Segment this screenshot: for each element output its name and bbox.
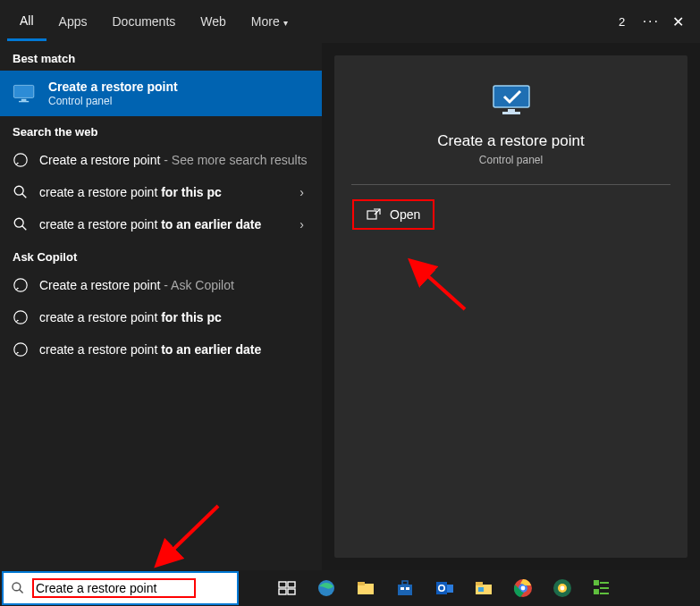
task-view-icon[interactable] <box>276 577 298 599</box>
edge-icon[interactable] <box>316 577 337 599</box>
svg-rect-11 <box>493 86 529 107</box>
preview-title: Create a restore point <box>437 132 584 150</box>
explorer-icon[interactable] <box>355 577 376 599</box>
app-green-icon[interactable] <box>591 577 612 599</box>
chat-icon <box>13 152 29 168</box>
svg-point-6 <box>14 219 23 228</box>
svg-rect-33 <box>447 585 453 593</box>
taskbar <box>0 570 700 606</box>
preview-pane: Create a restore point Control panel Ope… <box>322 43 700 570</box>
svg-rect-36 <box>478 587 484 592</box>
open-label: Open <box>390 207 420 222</box>
svg-point-4 <box>14 187 23 196</box>
chat-icon <box>13 309 29 325</box>
annotation-arrow-open <box>401 254 472 316</box>
svg-rect-20 <box>279 582 286 587</box>
preview-subtitle: Control panel <box>479 154 543 166</box>
svg-line-19 <box>20 590 23 593</box>
chrome-icon[interactable] <box>512 577 534 599</box>
tab-all[interactable]: All <box>7 3 46 41</box>
close-icon[interactable]: ✕ <box>672 13 684 30</box>
svg-rect-1 <box>21 98 27 100</box>
search-icon <box>13 184 29 200</box>
monitor-icon <box>13 84 38 104</box>
search-icon <box>13 216 29 232</box>
copilot-result-for-this-pc[interactable]: create a restore point for this pc <box>0 301 322 333</box>
recent-count[interactable]: 2 <box>614 13 630 29</box>
svg-rect-22 <box>279 589 286 594</box>
chat-icon <box>13 341 29 358</box>
svg-rect-21 <box>288 582 295 587</box>
open-external-icon <box>367 208 381 221</box>
svg-point-39 <box>521 586 526 591</box>
section-ask-copilot: Ask Copilot <box>0 241 322 269</box>
monitor-check-icon <box>490 84 533 116</box>
best-match-result[interactable]: Create a restore point Control panel <box>0 71 322 116</box>
chevron-right-icon: › <box>299 185 309 199</box>
svg-rect-23 <box>288 589 295 594</box>
outlook-icon[interactable] <box>434 577 455 599</box>
results-pane: Best match Create a restore point Contro… <box>0 43 322 570</box>
divider <box>351 184 670 185</box>
taskbar-search-box[interactable] <box>2 571 239 605</box>
folder-shortcut-icon[interactable] <box>473 577 494 599</box>
svg-rect-26 <box>358 582 365 585</box>
svg-rect-35 <box>476 582 483 585</box>
search-icon <box>11 581 25 595</box>
chrome-canary-icon[interactable] <box>552 577 573 599</box>
svg-point-42 <box>561 586 565 591</box>
svg-line-15 <box>375 209 380 215</box>
svg-rect-31 <box>436 582 447 594</box>
web-result-earlier-date[interactable]: create a restore point to an earlier dat… <box>0 208 322 240</box>
section-best-match: Best match <box>0 43 322 71</box>
more-options-icon[interactable]: ··· <box>643 13 660 29</box>
svg-rect-0 <box>13 85 33 97</box>
best-match-subtitle: Control panel <box>48 95 178 107</box>
copilot-result-earlier-date[interactable]: create a restore point to an earlier dat… <box>0 333 322 366</box>
svg-rect-30 <box>406 587 409 590</box>
tab-documents[interactable]: Documents <box>99 4 188 39</box>
svg-rect-28 <box>402 581 408 585</box>
tab-apps[interactable]: Apps <box>46 4 100 39</box>
svg-rect-2 <box>19 100 29 101</box>
tab-web[interactable]: Web <box>188 4 239 39</box>
svg-rect-13 <box>502 112 520 114</box>
svg-rect-12 <box>508 109 515 112</box>
web-result-for-this-pc[interactable]: create a restore point for this pc › <box>0 176 322 208</box>
svg-line-5 <box>22 194 27 198</box>
svg-line-7 <box>22 226 27 230</box>
best-match-title: Create a restore point <box>48 80 178 94</box>
web-result-see-more[interactable]: Create a restore point - See more search… <box>0 144 322 176</box>
svg-rect-14 <box>367 211 376 219</box>
search-input[interactable] <box>36 581 192 595</box>
tab-more[interactable]: More▾ <box>239 4 300 39</box>
open-button[interactable]: Open <box>352 199 434 230</box>
chat-icon <box>13 277 29 293</box>
svg-rect-29 <box>401 587 404 590</box>
svg-rect-27 <box>398 585 412 595</box>
svg-point-18 <box>13 583 21 591</box>
section-search-web: Search the web <box>0 116 322 144</box>
svg-line-16 <box>413 263 465 309</box>
store-icon[interactable] <box>394 577 416 599</box>
chevron-down-icon: ▾ <box>283 18 288 28</box>
search-input-highlight <box>32 578 196 598</box>
chevron-right-icon: › <box>299 217 309 231</box>
search-filter-tabs: All Apps Documents Web More▾ 2 ··· ✕ <box>0 0 700 43</box>
copilot-result-ask[interactable]: Create a restore point - Ask Copilot <box>0 269 322 301</box>
